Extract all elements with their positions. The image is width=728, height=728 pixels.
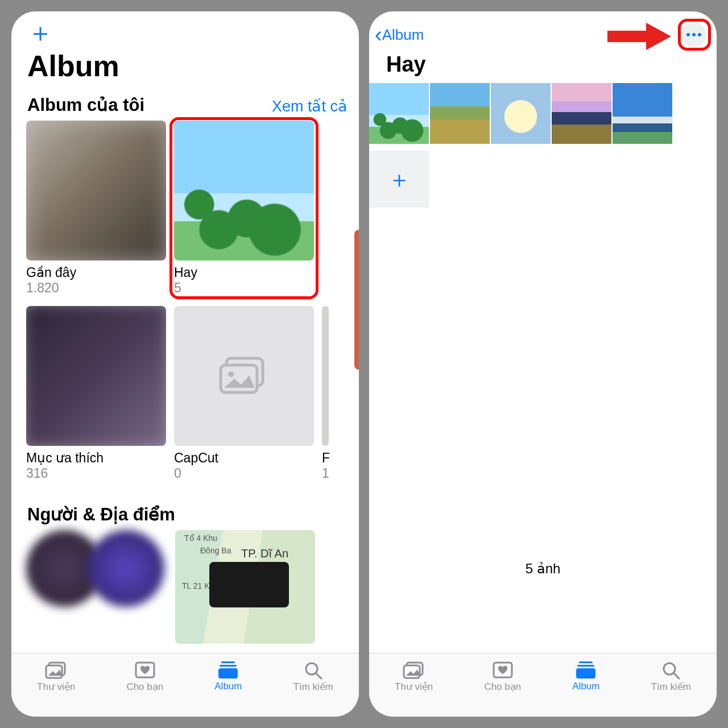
add-photo-button[interactable]: ＋ [369, 151, 429, 208]
tab-bar: Thư viện Cho bạn Album Tìm kiếm [11, 653, 359, 717]
tab-album[interactable]: Album [214, 660, 242, 692]
album-card-hay[interactable]: Hay 5 [174, 121, 314, 296]
album-card-favorites[interactable]: Mục ưa thích 316 [26, 306, 166, 481]
album-card-recents[interactable]: Gần đây 1.820 [26, 121, 166, 296]
for-you-icon [491, 660, 515, 680]
photo-count-label: 5 ảnh [369, 561, 717, 577]
photo-thumbnail[interactable] [430, 83, 490, 144]
svg-rect-8 [218, 668, 238, 679]
search-icon [659, 660, 683, 680]
chevron-left-icon: ‹ [375, 24, 382, 46]
tab-label: Album [572, 681, 599, 692]
tab-label: Tìm kiếm [651, 681, 691, 693]
search-icon [301, 660, 325, 680]
tab-for-you[interactable]: Cho bạn [126, 660, 163, 693]
album-name: F [322, 450, 329, 466]
album-card-capcut[interactable]: CapCut 0 [174, 306, 314, 481]
tab-search[interactable]: Tìm kiếm [651, 660, 691, 693]
photo-grid [369, 83, 717, 144]
photo-thumbnail[interactable] [613, 83, 672, 144]
more-options-button[interactable] [681, 22, 706, 47]
places-map-tile[interactable]: Tổ 4 Khu Đông Ba TP. Dĩ An TL 21 Kh [175, 530, 315, 644]
tab-bar: Thư viện Cho bạn Album Tìm kiếm [369, 653, 717, 717]
album-count: 5 [174, 280, 314, 296]
for-you-icon [133, 660, 157, 680]
tab-for-you[interactable]: Cho bạn [484, 660, 521, 693]
see-all-link[interactable]: Xem tất cả [272, 97, 348, 115]
my-albums-heading: Album của tôi [27, 94, 144, 115]
album-name: CapCut [174, 450, 314, 466]
svg-rect-16 [576, 668, 595, 679]
tab-library[interactable]: Thư viện [37, 660, 75, 693]
tab-label: Tìm kiếm [293, 681, 333, 693]
album-icon [574, 660, 598, 680]
album-name: Mục ưa thích [26, 450, 166, 466]
svg-line-10 [316, 673, 321, 679]
albums-list-screen: ＋ Album Album của tôi Xem tất cả Gần đây… [11, 11, 359, 717]
album-name: Gần đây [26, 265, 166, 280]
back-button[interactable]: ‹ Album [375, 24, 424, 46]
tab-label: Thư viện [37, 681, 75, 693]
tab-label: Cho bạn [126, 681, 163, 693]
tab-search[interactable]: Tìm kiếm [293, 660, 333, 693]
tab-album[interactable]: Album [572, 660, 599, 692]
photo-library-icon [402, 660, 426, 680]
photo-thumbnail[interactable] [552, 83, 611, 144]
tutorial-highlight [678, 19, 711, 51]
svg-rect-15 [577, 665, 594, 667]
album-card-peek[interactable]: F 1 [322, 306, 329, 481]
photo-thumbnail[interactable] [369, 83, 429, 144]
album-detail-screen: ‹ Album Hay ＋ 5 ảnh [369, 11, 717, 717]
album-count: 1.820 [26, 280, 166, 296]
album-title: Hay [386, 52, 426, 77]
tab-library[interactable]: Thư viện [395, 660, 433, 693]
tab-label: Cho bạn [484, 681, 521, 693]
tutorial-arrow-icon [605, 20, 673, 52]
album-icon [216, 660, 240, 680]
photo-library-icon [44, 660, 68, 680]
avatar [88, 530, 164, 607]
tab-label: Thư viện [395, 681, 433, 693]
photo-thumbnail[interactable] [491, 83, 551, 144]
svg-point-2 [228, 371, 234, 377]
album-count: 316 [26, 466, 166, 481]
album-count: 0 [174, 466, 314, 481]
page-title: Album [27, 49, 119, 83]
people-places-heading: Người & Địa điểm [27, 504, 175, 525]
svg-rect-6 [221, 661, 235, 663]
svg-rect-14 [579, 661, 593, 663]
svg-line-18 [674, 673, 679, 679]
svg-rect-1 [221, 365, 257, 392]
people-tile[interactable] [26, 530, 166, 644]
back-label: Album [382, 26, 424, 44]
album-name: Hay [174, 265, 314, 280]
add-album-button[interactable]: ＋ [27, 19, 53, 46]
svg-rect-7 [220, 665, 237, 667]
photo-placeholder-icon [218, 356, 270, 396]
tab-label: Album [214, 681, 242, 692]
album-count: 1 [322, 466, 329, 481]
